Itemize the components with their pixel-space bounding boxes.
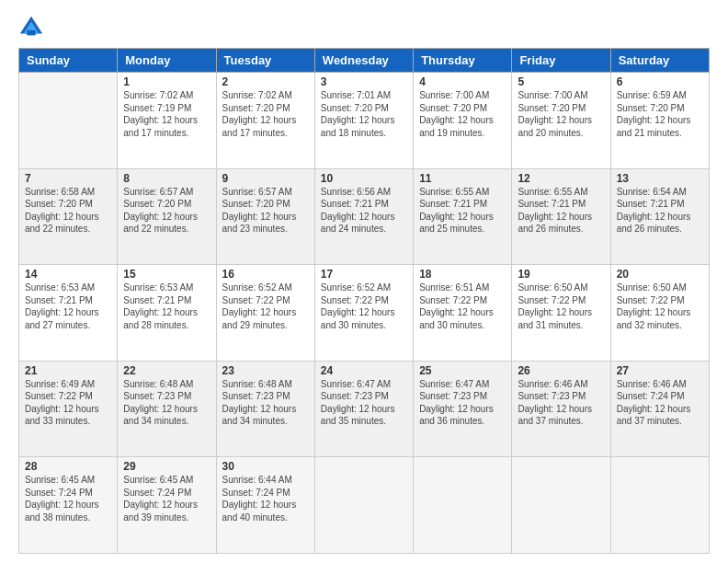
day-info: Sunrise: 6:59 AMSunset: 7:20 PMDaylight:… [617,89,703,139]
day-number: 7 [25,172,111,185]
day-info: Sunrise: 6:56 AMSunset: 7:21 PMDaylight:… [321,186,407,236]
calendar-header: SundayMondayTuesdayWednesdayThursdayFrid… [19,49,710,73]
day-header-sunday: Sunday [19,49,118,73]
day-number: 29 [123,460,210,473]
calendar-cell [19,73,118,169]
calendar-cell: 14Sunrise: 6:53 AMSunset: 7:21 PMDayligh… [19,265,118,362]
calendar-cell: 19Sunrise: 6:50 AMSunset: 7:22 PMDayligh… [512,265,610,362]
calendar-cell: 26Sunrise: 6:46 AMSunset: 7:23 PMDayligh… [512,361,610,457]
day-number: 17 [321,268,407,281]
calendar-cell: 18Sunrise: 6:51 AMSunset: 7:22 PMDayligh… [414,265,512,362]
day-info: Sunrise: 6:44 AMSunset: 7:24 PMDaylight:… [222,474,309,523]
day-info: Sunrise: 6:54 AMSunset: 7:21 PMDaylight:… [617,186,703,236]
page: SundayMondayTuesdayWednesdayThursdayFrid… [0,0,728,563]
calendar-cell: 9Sunrise: 6:57 AMSunset: 7:20 PMDaylight… [216,168,314,265]
calendar-cell: 11Sunrise: 6:55 AMSunset: 7:21 PMDayligh… [414,168,512,265]
calendar-cell: 24Sunrise: 6:47 AMSunset: 7:23 PMDayligh… [314,361,413,457]
day-header-tuesday: Tuesday [216,49,314,73]
day-number: 15 [123,268,210,281]
day-info: Sunrise: 6:52 AMSunset: 7:22 PMDaylight:… [321,282,407,331]
week-row-2: 7Sunrise: 6:58 AMSunset: 7:20 PMDaylight… [19,168,710,265]
day-number: 20 [617,268,703,281]
calendar-cell: 2Sunrise: 7:02 AMSunset: 7:20 PMDaylight… [216,73,314,169]
calendar-cell: 3Sunrise: 7:01 AMSunset: 7:20 PMDaylight… [314,73,413,169]
calendar-cell: 12Sunrise: 6:55 AMSunset: 7:21 PMDayligh… [512,168,610,265]
logo-icon [18,15,44,40]
day-info: Sunrise: 6:48 AMSunset: 7:23 PMDaylight:… [222,378,309,428]
day-number: 27 [617,364,703,377]
day-number: 23 [222,364,309,377]
day-header-wednesday: Wednesday [314,49,413,73]
day-info: Sunrise: 6:46 AMSunset: 7:23 PMDaylight:… [518,378,604,428]
calendar-cell: 29Sunrise: 6:45 AMSunset: 7:24 PMDayligh… [118,457,216,554]
day-info: Sunrise: 6:47 AMSunset: 7:23 PMDaylight:… [321,378,407,428]
calendar-cell: 25Sunrise: 6:47 AMSunset: 7:23 PMDayligh… [414,361,512,457]
day-info: Sunrise: 6:50 AMSunset: 7:22 PMDaylight:… [617,282,703,331]
calendar-cell: 20Sunrise: 6:50 AMSunset: 7:22 PMDayligh… [610,265,709,362]
day-number: 18 [419,268,506,281]
day-number: 4 [419,75,506,88]
day-header-saturday: Saturday [610,49,709,73]
day-number: 28 [25,460,111,473]
day-number: 6 [617,75,703,88]
day-number: 12 [518,172,604,185]
day-info: Sunrise: 6:53 AMSunset: 7:21 PMDaylight:… [25,282,111,331]
day-info: Sunrise: 6:50 AMSunset: 7:22 PMDaylight:… [518,282,604,331]
calendar-cell: 15Sunrise: 6:53 AMSunset: 7:21 PMDayligh… [118,265,216,362]
day-number: 22 [123,364,210,377]
day-number: 16 [222,268,309,281]
calendar-cell [610,457,709,554]
day-number: 26 [518,364,604,377]
calendar-cell: 4Sunrise: 7:00 AMSunset: 7:20 PMDaylight… [414,73,512,169]
calendar-cell: 30Sunrise: 6:44 AMSunset: 7:24 PMDayligh… [216,457,314,554]
calendar-cell [414,457,512,554]
calendar-cell: 6Sunrise: 6:59 AMSunset: 7:20 PMDaylight… [610,73,709,169]
day-info: Sunrise: 6:45 AMSunset: 7:24 PMDaylight:… [25,474,111,523]
header [18,15,710,40]
calendar-cell: 17Sunrise: 6:52 AMSunset: 7:22 PMDayligh… [314,265,413,362]
day-info: Sunrise: 6:49 AMSunset: 7:22 PMDaylight:… [25,378,111,428]
day-number: 9 [222,172,309,185]
day-number: 2 [222,75,309,88]
svg-rect-2 [27,30,35,36]
day-number: 19 [518,268,604,281]
calendar-cell: 28Sunrise: 6:45 AMSunset: 7:24 PMDayligh… [19,457,118,554]
calendar-cell: 22Sunrise: 6:48 AMSunset: 7:23 PMDayligh… [118,361,216,457]
day-info: Sunrise: 6:45 AMSunset: 7:24 PMDaylight:… [123,474,210,523]
logo [18,15,48,40]
day-number: 21 [25,364,111,377]
day-info: Sunrise: 7:01 AMSunset: 7:20 PMDaylight:… [321,89,407,139]
day-number: 11 [419,172,506,185]
calendar-cell: 1Sunrise: 7:02 AMSunset: 7:19 PMDaylight… [118,73,216,169]
day-number: 14 [25,268,111,281]
day-number: 25 [419,364,506,377]
calendar-cell: 8Sunrise: 6:57 AMSunset: 7:20 PMDaylight… [118,168,216,265]
day-number: 8 [123,172,210,185]
day-info: Sunrise: 6:52 AMSunset: 7:22 PMDaylight:… [222,282,309,331]
calendar-cell: 10Sunrise: 6:56 AMSunset: 7:21 PMDayligh… [314,168,413,265]
day-header-friday: Friday [512,49,610,73]
calendar-cell: 27Sunrise: 6:46 AMSunset: 7:24 PMDayligh… [610,361,709,457]
week-row-4: 21Sunrise: 6:49 AMSunset: 7:22 PMDayligh… [19,361,710,457]
day-number: 24 [321,364,407,377]
day-number: 5 [518,75,604,88]
days-of-week-row: SundayMondayTuesdayWednesdayThursdayFrid… [19,49,710,73]
day-info: Sunrise: 6:48 AMSunset: 7:23 PMDaylight:… [123,378,210,428]
day-info: Sunrise: 7:00 AMSunset: 7:20 PMDaylight:… [518,89,604,139]
day-number: 10 [321,172,407,185]
day-info: Sunrise: 6:47 AMSunset: 7:23 PMDaylight:… [419,378,506,428]
calendar-cell [512,457,610,554]
day-info: Sunrise: 6:57 AMSunset: 7:20 PMDaylight:… [123,186,210,236]
calendar-cell: 23Sunrise: 6:48 AMSunset: 7:23 PMDayligh… [216,361,314,457]
calendar-cell: 21Sunrise: 6:49 AMSunset: 7:22 PMDayligh… [19,361,118,457]
day-info: Sunrise: 6:55 AMSunset: 7:21 PMDaylight:… [518,186,604,236]
day-number: 30 [222,460,309,473]
calendar-cell: 5Sunrise: 7:00 AMSunset: 7:20 PMDaylight… [512,73,610,169]
calendar-table: SundayMondayTuesdayWednesdayThursdayFrid… [18,48,710,554]
calendar-body: 1Sunrise: 7:02 AMSunset: 7:19 PMDaylight… [19,73,710,554]
day-info: Sunrise: 7:02 AMSunset: 7:19 PMDaylight:… [123,89,210,139]
calendar-cell [314,457,413,554]
day-info: Sunrise: 7:00 AMSunset: 7:20 PMDaylight:… [419,89,506,139]
calendar-cell: 16Sunrise: 6:52 AMSunset: 7:22 PMDayligh… [216,265,314,362]
day-info: Sunrise: 6:51 AMSunset: 7:22 PMDaylight:… [419,282,506,331]
